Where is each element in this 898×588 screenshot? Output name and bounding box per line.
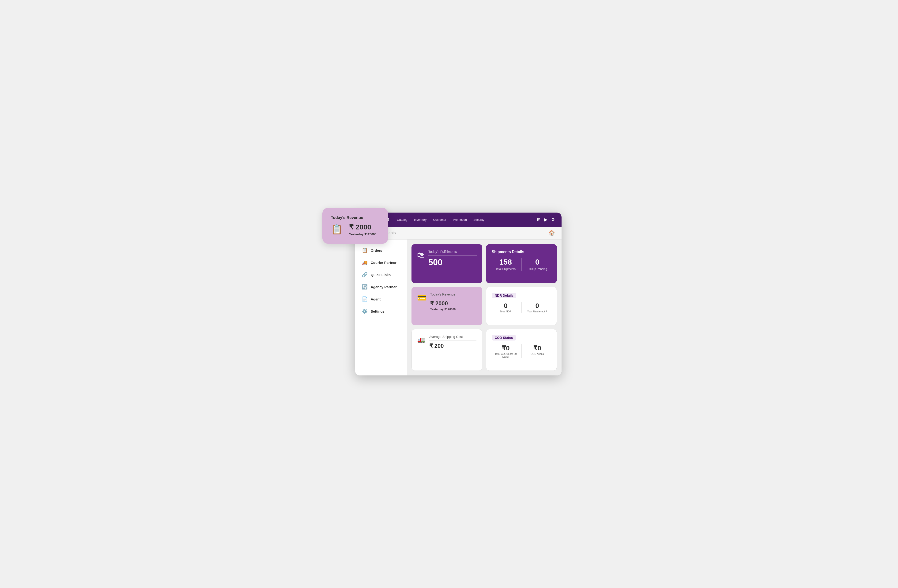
- nav-security[interactable]: Security: [474, 217, 484, 223]
- shipping-icon: 🚛: [417, 336, 426, 344]
- total-ndr-col: 0 Total NDR: [492, 302, 520, 313]
- settings-icon: ⚙️: [362, 309, 368, 314]
- floating-card-yesterday: Yesterday ₹120000: [349, 232, 376, 236]
- fulfillments-card: 🛍 Today's Fulfillments 500: [412, 244, 482, 283]
- shipments-divider: [521, 258, 522, 271]
- pickup-pending-value: 0: [524, 258, 552, 266]
- floating-card-amount: ₹ 2000: [349, 223, 376, 231]
- reattempt-label: Your Reattempt P: [524, 310, 551, 313]
- sidebar-item-courier[interactable]: 🚚 Courier Partner: [355, 256, 407, 269]
- dashboard: 🛍 Today's Fulfillments 500 Shipments Det…: [407, 239, 561, 375]
- cod-available-label: COD Availa: [524, 353, 551, 355]
- sidebar-item-agency-label: Agency Partner: [371, 285, 397, 289]
- total-cod-col: ₹0 Total COD (Last 30 Days): [492, 344, 520, 358]
- outer-wrapper: Today's Revenue 📋 ₹ 2000 Yesterday ₹1200…: [337, 213, 561, 375]
- sidebar-item-agent-label: Agent: [371, 297, 381, 301]
- sidebar-item-settings[interactable]: ⚙️ Settings: [355, 305, 407, 317]
- cod-available-col: ₹0 COD Availa: [524, 344, 551, 358]
- sidebar-item-agency[interactable]: 🔄 Agency Partner: [355, 281, 407, 293]
- revenue-icon: 💳: [417, 293, 426, 302]
- sidebar-item-agent[interactable]: 📄 Agent: [355, 293, 407, 305]
- total-shipments-value: 158: [492, 258, 520, 266]
- nav-promotion[interactable]: Promotion: [453, 217, 467, 223]
- sidebar-item-orders[interactable]: 📋 Orders: [355, 244, 407, 256]
- fulfillments-value: 500: [428, 258, 477, 267]
- reattempt-value: 0: [524, 302, 551, 310]
- cod-title: COD Status: [492, 335, 516, 341]
- nav-icons: ⊞ ▶ ⚙: [537, 217, 555, 222]
- total-cod-label: Total COD (Last 30 Days): [492, 353, 520, 358]
- floating-card-title: Today's Revenue: [331, 215, 380, 220]
- main-content: 📋 Orders 🚚 Courier Partner 🔗 Quick Links…: [355, 239, 561, 375]
- total-ndr-label: Total NDR: [492, 310, 520, 313]
- pickup-pending-label: Pickup Pending: [524, 267, 552, 271]
- sidebar-item-quicklinks[interactable]: 🔗 Quick Links: [355, 269, 407, 281]
- floating-card-icon: 📋: [331, 224, 343, 235]
- cod-available-value: ₹0: [524, 344, 551, 352]
- pickup-pending-col: 0 Pickup Pending: [524, 258, 552, 271]
- sidebar-item-quicklinks-label: Quick Links: [371, 273, 391, 277]
- fulfillments-icon: 🛍: [417, 251, 424, 259]
- revenue-label: Today's Revenue: [430, 292, 477, 298]
- orders-icon: 📋: [362, 247, 368, 253]
- shipments-card: Shipments Details 158 Total Shipments 0 …: [486, 244, 557, 283]
- sidebar-item-courier-label: Courier Partner: [371, 261, 397, 265]
- cod-divider: [521, 344, 522, 358]
- quicklinks-icon: 🔗: [362, 272, 368, 278]
- sidebar: 📋 Orders 🚚 Courier Partner 🔗 Quick Links…: [355, 239, 407, 375]
- shipping-label: Average Shipping Cost: [429, 335, 477, 341]
- play-icon-button[interactable]: ▶: [544, 217, 547, 222]
- total-cod-value: ₹0: [492, 344, 520, 352]
- shipping-card: 🚛 Average Shipping Cost ₹ 200: [412, 329, 482, 371]
- agency-icon: 🔄: [362, 284, 368, 290]
- settings-icon-button[interactable]: ⚙: [551, 217, 555, 222]
- shipments-title: Shipments Details: [492, 250, 551, 254]
- fulfillments-label: Today's Fulfillments: [428, 250, 477, 256]
- ndr-card: NDR Details 0 Total NDR 0 Your Reattempt…: [486, 287, 557, 325]
- total-shipments-label: Total Shipments: [492, 267, 520, 271]
- nav-links: Catalog Inventory Customer Promotion Sec…: [397, 217, 537, 223]
- ndr-divider: [521, 302, 522, 313]
- sidebar-item-orders-label: Orders: [371, 249, 382, 252]
- floating-revenue-card: Today's Revenue 📋 ₹ 2000 Yesterday ₹1200…: [322, 208, 388, 244]
- home-icon-button[interactable]: 🏠: [549, 230, 555, 236]
- revenue-card: 💳 Today's Revenue ₹ 2000 Yesterday ₹1200…: [412, 287, 482, 325]
- courier-icon: 🚚: [362, 259, 368, 265]
- agent-icon: 📄: [362, 296, 368, 302]
- total-shipments-col: 158 Total Shipments: [492, 258, 520, 271]
- total-ndr-value: 0: [492, 302, 520, 310]
- nav-catalog[interactable]: Catalog: [397, 217, 407, 223]
- revenue-amount: ₹ 2000: [430, 300, 477, 307]
- reattempt-col: 0 Your Reattempt P: [524, 302, 551, 313]
- nav-customer[interactable]: Customer: [433, 217, 446, 223]
- nav-inventory[interactable]: Inventory: [414, 217, 426, 223]
- grid-icon-button[interactable]: ⊞: [537, 217, 540, 222]
- revenue-yesterday: Yesterday ₹120000: [430, 308, 477, 311]
- ndr-title: NDR Details: [492, 293, 516, 298]
- cod-card: COD Status ₹0 Total COD (Last 30 Days) ₹…: [486, 329, 557, 371]
- shipping-value: ₹ 200: [429, 342, 477, 349]
- sidebar-item-settings-label: Settings: [371, 309, 384, 313]
